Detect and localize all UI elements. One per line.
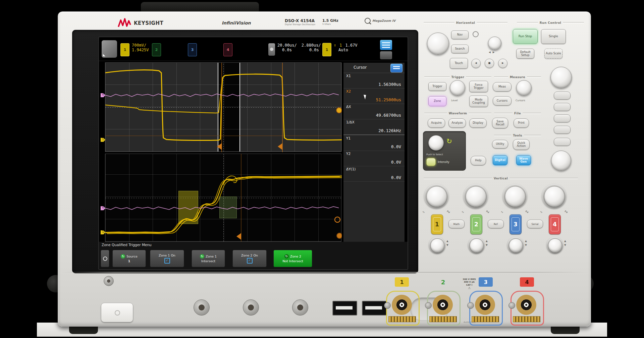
cursor-dx-value: 49.68700us (376, 113, 401, 118)
ref-button[interactable]: Ref (488, 220, 504, 228)
search-button[interactable]: Search (451, 45, 469, 53)
help-button[interactable]: Help (471, 156, 486, 165)
cursor-row-dx[interactable]: ΔX 49.68700us (343, 104, 405, 119)
cursor-dy-value: 0.0V (391, 175, 401, 180)
wave-large-icon: ∿ (525, 209, 529, 214)
channel2-status-box[interactable]: 2 (152, 43, 161, 56)
cursor-row-y1[interactable]: Y1 0.0V (343, 135, 405, 151)
right-column-top-knob[interactable] (550, 67, 572, 88)
bnc1-connector (392, 295, 412, 315)
softkey-zone2-mode[interactable]: ↻ Zone 2 Not Intersect (273, 250, 312, 267)
ch3-scale-knob[interactable] (505, 186, 526, 207)
nav-stop-button[interactable]: ■ (485, 59, 494, 68)
panel-menu-icon[interactable] (390, 64, 402, 72)
ch4-scale-knob[interactable] (544, 186, 565, 207)
acquire-button[interactable]: Acquire (428, 118, 445, 128)
ch1-scale-knob[interactable] (426, 186, 447, 207)
trigger-readout[interactable]: ↑ 1 1.67V Auto (334, 43, 358, 52)
cycle-icon: ↻ (121, 254, 125, 259)
ch4-position-knob[interactable] (548, 238, 562, 252)
softkey-zone1-on[interactable]: Zone 1 On ✓ (150, 250, 184, 267)
cursor-row-x1[interactable]: X1 1.56300us (343, 73, 405, 89)
cursor-row-dy[interactable]: ΔY(1) 0.0V (343, 166, 405, 182)
trigger-level-knob[interactable] (450, 80, 465, 96)
checkbox-icon: ✓ (164, 258, 170, 264)
ch2-scale-knob[interactable] (466, 186, 486, 207)
right-column-key-1[interactable] (554, 92, 571, 100)
nav-forward-button[interactable]: ▶ (498, 59, 507, 68)
usb-port-2 (362, 301, 387, 316)
channel4-ground-marker[interactable]: 4 (101, 93, 105, 97)
analyze-button[interactable]: Analyze (448, 118, 466, 128)
softkey-menu-bar: Zone Qualified Trigger Menu ↻ Source 1 Z… (99, 242, 408, 269)
quick-action-button[interactable]: Quick Action (513, 139, 530, 150)
channel3-status-box[interactable]: 3 (188, 43, 197, 56)
trigger-source-box[interactable]: 1 (322, 43, 331, 56)
channel1-status-box[interactable]: 1 (120, 43, 129, 56)
right-column-bottom-knob[interactable] (551, 151, 571, 171)
ch3-position-knob[interactable] (509, 238, 523, 252)
intensity-button[interactable] (426, 158, 436, 166)
measure-section-header: Measure (494, 75, 541, 79)
nav-button[interactable]: Nav (451, 31, 469, 39)
right-column-key-3[interactable] (554, 114, 571, 122)
cursor-row-freq[interactable]: 1/ΔX 20.126kHz (343, 119, 405, 135)
wave-small-icon: ∿ (540, 210, 543, 214)
channel1-readout[interactable]: 700mV/ 1.9425V (132, 43, 149, 52)
channel1-ground-marker[interactable]: 1 (101, 138, 105, 142)
default-setup-button[interactable]: Default Setup (516, 49, 534, 59)
meas-button[interactable]: Meas (493, 82, 512, 92)
cursors-knob[interactable] (516, 80, 532, 96)
touch-button[interactable]: Touch (450, 58, 468, 69)
cursor-x1-value: 1.56300us (378, 82, 401, 87)
cursors-button[interactable]: Cursors (493, 96, 512, 106)
right-column-key-2[interactable] (554, 103, 571, 111)
softkey-zone1-mode[interactable]: ↻ Zone 1 Intersect (192, 250, 225, 267)
digital-button[interactable]: Digital (493, 155, 507, 165)
horizontal-scale-knob[interactable] (427, 33, 449, 55)
mode-coupling-button[interactable]: Mode Coupling (469, 96, 488, 107)
auto-scale-button[interactable]: Auto Scale (544, 49, 562, 59)
channel4-button[interactable]: 4 (549, 214, 561, 234)
aux-terminal-3 (292, 299, 308, 316)
wave-large-icon: ∿ (446, 209, 450, 214)
serial-button[interactable]: Serial (527, 220, 543, 228)
softkey-source[interactable]: ↻ Source 1 (112, 250, 146, 267)
channel2-button[interactable]: 2 (470, 214, 482, 234)
nav-back-button[interactable]: ◀ (471, 59, 481, 68)
run-stop-button[interactable]: Run Stop (513, 29, 538, 44)
force-trigger-button[interactable]: Force Trigger (469, 81, 488, 92)
ch2-position-knob[interactable] (470, 238, 484, 252)
entry-knob[interactable] (428, 135, 444, 151)
wave-gen-button[interactable]: Wave Gen (516, 155, 531, 165)
timebase-readout[interactable]: 20.00us/ 2.880us/ 0.0s 0.0s (277, 43, 321, 52)
keysight-spark-icon (118, 18, 131, 28)
right-column-key-5[interactable] (554, 138, 571, 146)
menu-pin-softkey[interactable] (101, 250, 109, 267)
channel1-ground-marker-zoom[interactable]: 1 (101, 230, 105, 234)
print-button[interactable]: Print (514, 118, 529, 128)
channel4-ground-marker-zoom[interactable]: 4 (101, 206, 105, 210)
channel4-status-box[interactable]: 4 (223, 43, 232, 56)
channel1-button[interactable]: 1 (431, 214, 443, 234)
zone-button[interactable]: Zone (428, 96, 446, 106)
save-recall-button[interactable]: Save Recall (492, 118, 508, 128)
ch1-position-knob[interactable] (430, 238, 444, 252)
softkey-zone2-on[interactable]: Zone 2 On ✓ (232, 250, 267, 267)
cursor-row-x2[interactable]: X2 51.25000us (343, 88, 405, 104)
trigger-button[interactable]: Trigger (428, 82, 446, 91)
channel3-button[interactable]: 3 (509, 214, 522, 234)
display-button[interactable]: Display (469, 118, 487, 128)
touch-sidebar-icon[interactable] (380, 40, 392, 50)
delay-zoom: 0.0s (309, 48, 319, 52)
right-column-key-4[interactable] (554, 126, 571, 134)
power-button[interactable] (101, 303, 133, 322)
utility-button[interactable]: Utility (492, 140, 508, 149)
horizontal-position-knob[interactable] (488, 37, 501, 50)
single-button[interactable]: Single (541, 29, 566, 44)
cursor-row-y2[interactable]: Y2 0.0V (343, 151, 405, 166)
zoom-icon (473, 31, 479, 37)
screen-corner-icon[interactable] (380, 51, 392, 59)
math-button[interactable]: Math (448, 220, 465, 228)
sidebar-menu-button[interactable] (102, 40, 117, 58)
